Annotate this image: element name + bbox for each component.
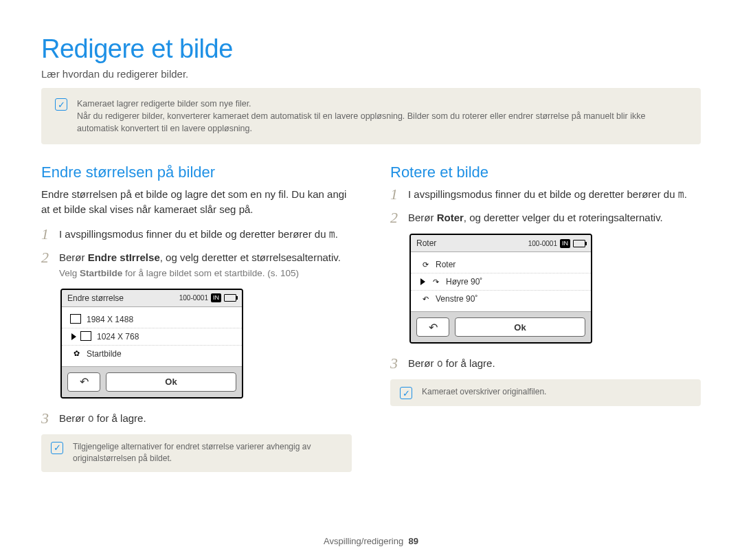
rotate-step-3: 3 Berør o for å lagre. (390, 356, 701, 371)
step-number: 1 (41, 227, 52, 242)
list-item[interactable]: ↶ Venstre 90˚ (411, 291, 591, 307)
step-text: I avspillingsmodus finner du et bilde og… (59, 228, 329, 240)
device-title: Endre størrelse (67, 293, 124, 303)
rotate-section: Rotere et bilde 1 I avspillingsmodus fin… (390, 164, 701, 491)
footer-page-number: 89 (408, 536, 418, 546)
resize-heading: Endre størrelsen på bilder (41, 164, 352, 181)
step-number: 2 (41, 250, 52, 280)
page-title: Redigere et bilde (41, 34, 701, 64)
device-counter: 100-0001 (179, 294, 208, 302)
top-note-box: ✓ Kameraet lagrer redigerte bilder som n… (41, 88, 701, 144)
device-header: Roter 100-0001 IN (411, 235, 591, 252)
device-footer: ↶ Ok (411, 311, 591, 342)
resize-note-box: ✓ Tilgjengelige alternativer for endret … (41, 434, 352, 472)
step-hint: Velg Startbilde for å lagre bildet som e… (59, 267, 341, 280)
list-item-label: 1024 X 768 (97, 332, 139, 341)
menu-symbol: m (329, 228, 335, 240)
resize-desc: Endre størrelsen på et bilde og lagre de… (41, 187, 352, 217)
page-footer: Avspilling/redigering 89 (0, 536, 742, 546)
resize-step-1: 1 I avspillingsmodus finner du et bilde … (41, 227, 352, 242)
rotate-note-box: ✓ Kameraet overskriver originalfilen. (390, 379, 701, 406)
list-item-label: 1984 X 1488 (87, 315, 133, 324)
selected-icon (71, 333, 76, 340)
device-counter: 100-0001 (528, 240, 557, 247)
list-item[interactable]: ⟳ Roter (411, 256, 591, 273)
note-icon: ✓ (55, 98, 67, 111)
list-item-label: Startbilde (87, 349, 122, 359)
device-header: Endre størrelse 100-0001 IN (62, 290, 242, 307)
rotate-step-2: 2 Berør Roter, og deretter velger du et … (390, 210, 701, 225)
step-number: 1 (390, 187, 401, 202)
battery-icon (224, 294, 236, 302)
back-button[interactable]: ↶ (416, 317, 449, 337)
rotate-step-1: 1 I avspillingsmodus finner du et bilde … (390, 187, 701, 202)
rotate-right-icon: ↷ (431, 278, 440, 286)
list-item[interactable]: ↷ Høyre 90˚ (411, 273, 591, 291)
list-item[interactable]: 1984 X 1488 (62, 311, 242, 328)
step-number: 2 (390, 210, 401, 225)
device-list: 1984 X 1488 1024 X 768 ✿ Startbilde (62, 307, 242, 366)
rotate-device-screenshot: Roter 100-0001 IN ⟳ Roter ↷ H (409, 234, 592, 344)
ok-symbol: o (88, 412, 94, 425)
resize-step-2: 2 Berør Endre stIrrelse, og velg derette… (41, 250, 352, 280)
rotate-left-icon: ↶ (420, 295, 430, 303)
top-note-text: Kameraet lagrer redigerte bilder som nye… (77, 98, 687, 135)
resize-step-3: 3 Berør o for å lagre. (41, 411, 352, 426)
list-item[interactable]: ✿ Startbilde (62, 346, 242, 362)
rotate-note-text: Kameraet overskriver originalfilen. (422, 386, 546, 399)
resize-section: Endre størrelsen på bilder Endre størrel… (41, 164, 352, 491)
size-icon (71, 315, 81, 324)
ok-button[interactable]: Ok (106, 372, 236, 392)
size-icon (82, 333, 91, 341)
footer-section: Avspilling/redigering (324, 536, 403, 546)
list-item-label: Roter (436, 260, 456, 269)
list-item[interactable]: 1024 X 768 (62, 328, 242, 346)
ok-button[interactable]: Ok (455, 317, 585, 337)
resize-note-text: Tilgjengelige alternativer for endret st… (73, 441, 342, 465)
step-number: 3 (390, 356, 401, 371)
resize-device-screenshot: Endre størrelse 100-0001 IN 1984 X 1488 (60, 289, 243, 399)
selected-icon (420, 278, 425, 285)
battery-icon (573, 240, 585, 247)
top-note-line2: Når du redigerer bilder, konverterer kam… (77, 110, 687, 135)
startbilde-icon: ✿ (71, 350, 81, 358)
device-title: Roter (416, 238, 436, 248)
device-footer: ↶ Ok (62, 366, 242, 397)
note-icon: ✓ (400, 387, 412, 399)
ok-symbol: o (437, 357, 443, 370)
rotate-icon: ⟳ (420, 260, 430, 269)
device-list: ⟳ Roter ↷ Høyre 90˚ ↶ Venstre 90˚ (411, 252, 591, 311)
page-subtitle: Lær hvordan du redigerer bilder. (41, 68, 701, 80)
rotate-heading: Rotere et bilde (390, 164, 701, 181)
step-text: Berør (59, 251, 88, 263)
list-item-label: Venstre 90˚ (436, 294, 477, 304)
menu-symbol: m (678, 188, 684, 201)
device-chip: IN (211, 293, 221, 302)
list-item-label: Høyre 90˚ (446, 277, 482, 287)
step-bold: Endre stIrrelse (88, 251, 160, 263)
step-number: 3 (41, 411, 52, 426)
note-icon: ✓ (51, 442, 63, 454)
step-bold: Roter (437, 212, 464, 223)
top-note-line1: Kameraet lagrer redigerte bilder som nye… (77, 98, 687, 110)
manual-page: Redigere et bilde Lær hvordan du rediger… (0, 0, 742, 560)
device-chip: IN (560, 239, 570, 248)
back-button[interactable]: ↶ (67, 372, 100, 392)
